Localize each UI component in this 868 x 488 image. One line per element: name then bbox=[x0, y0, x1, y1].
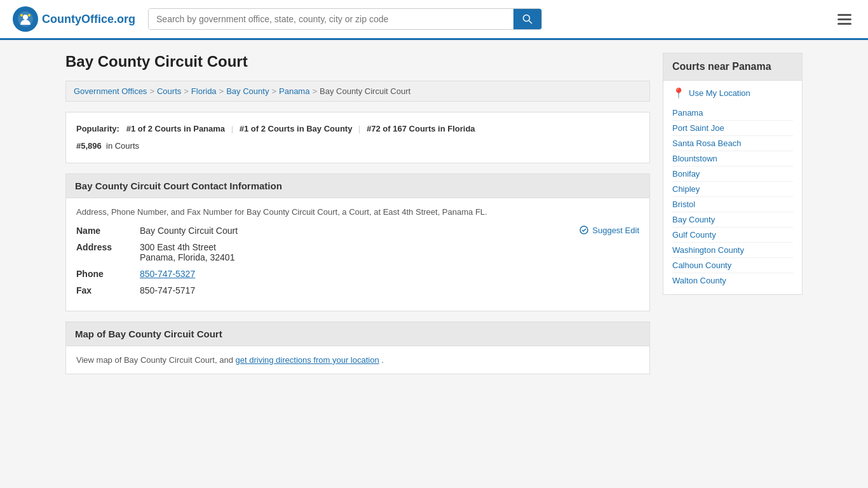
sidebar-content: 📍 Use My Location PanamaPort Saint JoeSa… bbox=[663, 81, 803, 295]
breadcrumb-item-current: Bay County Circuit Court bbox=[320, 86, 410, 96]
map-description: View map of Bay County Circuit Court, an… bbox=[76, 355, 639, 365]
search-icon bbox=[522, 14, 532, 24]
rank4-number: #5,896 bbox=[76, 141, 102, 151]
address-label: Address bbox=[76, 242, 140, 262]
rank2: #1 of 2 Courts in Bay County bbox=[240, 124, 353, 133]
contact-description: Address, Phone Number, and Fax Number fo… bbox=[76, 207, 639, 217]
address-line2: Panama, Florida, 32401 bbox=[140, 252, 234, 262]
use-my-location-link[interactable]: 📍 Use My Location bbox=[672, 87, 793, 99]
fax-value: 850-747-5717 bbox=[140, 285, 195, 295]
logo-text: CountyOffice.org bbox=[42, 13, 135, 26]
rank3: #72 of 167 Courts in Florida bbox=[367, 124, 475, 133]
svg-point-1 bbox=[23, 15, 28, 20]
popularity-text: Popularity: #1 of 2 Courts in Panama | #… bbox=[76, 121, 639, 136]
address-value: 300 East 4th Street Panama, Florida, 324… bbox=[140, 242, 234, 262]
search-input[interactable] bbox=[149, 9, 513, 29]
breadcrumb: Government Offices > Courts > Florida > … bbox=[65, 81, 650, 102]
breadcrumb-item-florida[interactable]: Florida bbox=[191, 86, 217, 96]
sidebar-link[interactable]: Calhoun County bbox=[672, 258, 793, 273]
rank1: #1 of 2 Courts in Panama bbox=[126, 124, 225, 133]
page-title: Bay County Circuit Court bbox=[65, 53, 650, 71]
sidebar-link[interactable]: Panama bbox=[672, 105, 793, 121]
logo[interactable]: CountyOffice.org bbox=[13, 6, 135, 32]
phone-value: 850-747-5327 bbox=[140, 269, 195, 279]
svg-point-2 bbox=[20, 14, 23, 17]
sidebar-link[interactable]: Chipley bbox=[672, 182, 793, 197]
sidebar-link[interactable]: Bay County bbox=[672, 212, 793, 227]
name-label: Name bbox=[76, 226, 140, 236]
sidebar-link[interactable]: Walton County bbox=[672, 273, 793, 288]
fax-label: Fax bbox=[76, 285, 140, 295]
address-line1: 300 East 4th Street bbox=[140, 242, 234, 252]
sidebar-link[interactable]: Washington County bbox=[672, 243, 793, 258]
fax-row: Fax 850-747-5717 bbox=[76, 285, 639, 295]
phone-link[interactable]: 850-747-5327 bbox=[140, 269, 195, 279]
suggest-edit-icon bbox=[580, 226, 588, 234]
main-content: Bay County Circuit Court Government Offi… bbox=[53, 40, 815, 387]
sidebar-link[interactable]: Santa Rosa Beach bbox=[672, 136, 793, 151]
sidebar-link[interactable]: Bristol bbox=[672, 197, 793, 212]
map-section: View map of Bay County Circuit Court, an… bbox=[65, 346, 650, 374]
driving-directions-link[interactable]: get driving directions from your locatio… bbox=[236, 355, 379, 365]
breadcrumb-item-panama[interactable]: Panama bbox=[279, 86, 309, 96]
rank4-label: in Courts bbox=[106, 141, 139, 151]
logo-name: CountyOffice bbox=[42, 13, 114, 25]
phone-label: Phone bbox=[76, 269, 140, 279]
search-button[interactable] bbox=[513, 9, 541, 29]
svg-point-4 bbox=[524, 15, 530, 22]
sidebar-link[interactable]: Blountstown bbox=[672, 151, 793, 166]
name-row: Name Bay County Circuit Court Suggest Ed… bbox=[76, 226, 639, 236]
search-container bbox=[148, 8, 542, 30]
header: CountyOffice.org bbox=[0, 0, 868, 40]
phone-row: Phone 850-747-5327 bbox=[76, 269, 639, 279]
sidebar-link[interactable]: Gulf County bbox=[672, 227, 793, 243]
popularity-section: Popularity: #1 of 2 Courts in Panama | #… bbox=[65, 112, 650, 163]
sidebar: Courts near Panama 📍 Use My Location Pan… bbox=[663, 53, 803, 374]
content-area: Bay County Circuit Court Government Offi… bbox=[65, 53, 650, 374]
logo-icon bbox=[13, 6, 38, 32]
svg-point-3 bbox=[28, 14, 31, 17]
use-my-location-label: Use My Location bbox=[689, 88, 750, 98]
breadcrumb-item-courts[interactable]: Courts bbox=[157, 86, 181, 96]
location-pin-icon: 📍 bbox=[672, 87, 685, 99]
popularity-label: Popularity: bbox=[76, 124, 119, 133]
svg-line-5 bbox=[529, 21, 532, 24]
breadcrumb-item-gov-offices[interactable]: Government Offices bbox=[74, 86, 147, 96]
sidebar-header: Courts near Panama bbox=[663, 53, 803, 81]
breadcrumb-item-bay-county[interactable]: Bay County bbox=[226, 86, 269, 96]
suggest-edit-button[interactable]: Suggest Edit bbox=[580, 226, 639, 235]
contact-section-header: Bay County Circuit Court Contact Informa… bbox=[65, 173, 650, 198]
name-value: Bay County Circuit Court bbox=[140, 226, 580, 236]
address-row: Address 300 East 4th Street Panama, Flor… bbox=[76, 242, 639, 262]
hamburger-menu-icon[interactable] bbox=[834, 10, 855, 29]
sidebar-link[interactable]: Bonifay bbox=[672, 166, 793, 182]
sidebar-links: PanamaPort Saint JoeSanta Rosa BeachBlou… bbox=[672, 105, 793, 288]
logo-tld: .org bbox=[114, 13, 135, 25]
sidebar-link[interactable]: Port Saint Joe bbox=[672, 121, 793, 136]
map-section-header: Map of Bay County Circuit Court bbox=[65, 322, 650, 346]
contact-section: Address, Phone Number, and Fax Number fo… bbox=[65, 198, 650, 311]
